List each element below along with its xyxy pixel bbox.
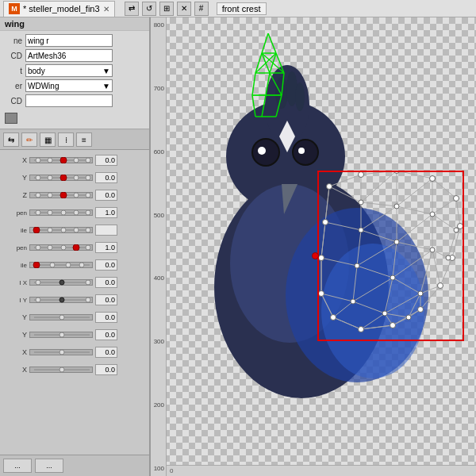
ruler-300: 300 [151,338,166,345]
svg-point-178 [359,200,363,205]
svg-point-15 [60,192,67,198]
svg-point-48 [86,298,90,302]
svg-point-1 [36,158,40,163]
selection-handle[interactable] [312,252,319,259]
param-input-cd2[interactable] [25,94,113,107]
svg-point-4 [74,158,79,163]
color-swatch[interactable] [5,113,17,124]
slider-val-x2: 0.0 [95,347,117,358]
slider-row-pen1: pen 1.0 [0,204,149,221]
param-dropdown-body[interactable]: body▼ [25,64,113,77]
svg-point-29 [86,228,90,232]
file-tab[interactable]: M * steller_model_fin3 ✕ [3,1,115,17]
svg-point-173 [359,327,364,332]
svg-point-42 [36,280,40,285]
param-dropdown-wing[interactable]: WDWing▼ [25,79,113,92]
svg-point-8 [48,175,52,180]
svg-line-130 [397,214,432,242]
svg-line-100 [456,198,460,226]
svg-point-21 [61,210,66,215]
svg-point-32 [48,245,52,250]
svg-line-149 [353,301,385,313]
sliders-area: X 0.0 Y [0,150,149,455]
svg-point-22 [74,210,79,215]
svg-line-135 [321,222,325,258]
slider-row-ile2: ile 0.0 [0,256,149,274]
ruler-800: 800 [151,21,166,29]
ruler-600: 600 [151,148,166,155]
toolbar-icons: ⇄ ↺ ⊞ ✕ # [125,2,209,16]
tool-btn-grid[interactable]: ▦ [40,132,56,147]
slider-track-ile2[interactable] [29,262,93,268]
toolbar-icon-arrow[interactable]: ⇄ [125,2,139,16]
tab-filename: * steller_model_fin3 [23,4,100,13]
slider-row-y: Y 0.0 [0,169,149,186]
svg-line-74 [268,33,276,53]
tab-close-button[interactable]: ✕ [103,5,109,13]
svg-line-82 [252,73,255,95]
tool-btn-pen[interactable]: ✏ [21,132,37,147]
slider-track-y2[interactable] [29,314,93,321]
svg-line-120 [432,214,456,230]
svg-line-127 [361,206,397,230]
svg-line-154 [321,294,333,317]
tool-btn-dots[interactable]: ⁞ [58,132,74,147]
canvas-area[interactable]: 800 700 600 500 400 300 200 100 [151,17,476,476]
svg-point-167 [454,196,459,202]
svg-line-155 [333,301,353,317]
tool-btn-arrows[interactable]: ⇆ [3,132,19,147]
slider-track-iy[interactable] [29,297,93,303]
svg-line-156 [333,317,361,329]
y-ruler: 800 700 600 500 400 300 200 100 [151,17,167,476]
slider-track-y3[interactable] [29,332,93,338]
slider-val-x: 0.0 [95,155,117,166]
slider-track-y[interactable] [29,175,93,181]
svg-point-174 [331,315,336,321]
svg-point-26 [48,228,52,232]
svg-line-138 [357,242,397,266]
slider-track-ix[interactable] [29,279,93,286]
svg-point-14 [48,193,52,198]
param-input-cd1[interactable] [25,49,113,62]
svg-point-185 [430,248,435,252]
slider-track-x3[interactable] [29,367,93,373]
slider-row-y2: Y 0.0 [0,309,149,326]
svg-point-20 [48,210,52,215]
bird-container [167,17,476,476]
toolbar-icon-grid[interactable]: ⊞ [159,2,174,16]
left-panel: wing ne CD t body▼ er WDWing▼ [0,17,151,476]
svg-line-99 [432,178,456,198]
toolbar-icon-hash[interactable]: # [194,2,209,16]
svg-line-150 [385,278,393,313]
top-bar: M * steller_model_fin3 ✕ ⇄ ↺ ⊞ ✕ # front… [0,0,476,17]
svg-line-131 [397,242,432,250]
svg-point-28 [74,228,79,232]
slider-row-ix: I X 0.0 [0,274,149,291]
slider-track-ile1[interactable] [29,227,93,233]
slider-track-pen2[interactable] [29,244,93,251]
param-row-cd1: CD [5,49,144,62]
slider-val-iy: 0.0 [95,294,117,305]
toolbar-icon-rotate[interactable]: ↺ [142,2,156,16]
svg-point-188 [390,275,395,280]
svg-point-63 [258,147,266,155]
btn-bottom-1[interactable]: ... [3,459,32,473]
slider-track-x2[interactable] [29,349,93,355]
svg-line-113 [361,171,397,202]
svg-point-16 [74,193,79,198]
toolbar-icon-cross[interactable]: ✕ [177,2,191,16]
slider-track-pen1[interactable] [29,209,93,216]
slider-val-z: 0.0 [95,190,117,201]
svg-point-34 [73,244,79,251]
svg-line-97 [361,171,397,175]
svg-point-165 [394,171,400,174]
btn-bottom-2[interactable]: ... [35,459,63,473]
crest-label: front crest [217,2,267,15]
tool-btn-lines[interactable]: ≡ [76,132,92,147]
svg-line-111 [329,186,361,202]
slider-track-x[interactable] [29,157,93,163]
svg-point-47 [60,298,64,302]
param-input-name[interactable] [25,34,113,47]
svg-point-54 [60,350,64,355]
slider-track-z[interactable] [29,192,93,198]
